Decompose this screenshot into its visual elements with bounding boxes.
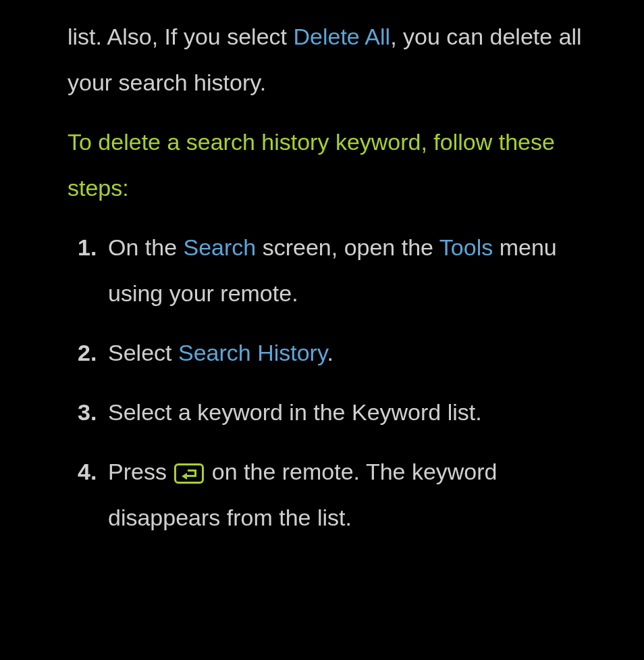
search-keyword: Search [184, 234, 257, 260]
step-3-text: Select a keyword in the Keyword list. [108, 399, 482, 425]
step-4-text-1: Press [108, 459, 173, 484]
steps-list: On the Search screen, open the Tools men… [68, 224, 590, 540]
step-2-text-1: Select [108, 340, 178, 365]
step-2-text-2: . [327, 340, 333, 365]
step-4: Press on the remote. The keyword disappe… [78, 449, 590, 540]
step-2: Select Search History. [78, 330, 590, 376]
instruction-heading: To delete a search history keyword, foll… [68, 119, 590, 211]
search-history-keyword: Search History [178, 340, 327, 365]
enter-button-icon [174, 463, 204, 484]
step-1-text-1: On the [108, 234, 184, 260]
step-3: Select a keyword in the Keyword list. [78, 389, 590, 435]
step-1: On the Search screen, open the Tools men… [78, 224, 590, 316]
step-1-text-2: screen, open the [256, 234, 439, 260]
tools-keyword: Tools [439, 234, 493, 260]
intro-paragraph: list. Also, If you select Delete All, yo… [68, 14, 590, 105]
intro-text-1: list. Also, If you select [68, 24, 293, 49]
delete-all-keyword: Delete All [293, 24, 390, 49]
